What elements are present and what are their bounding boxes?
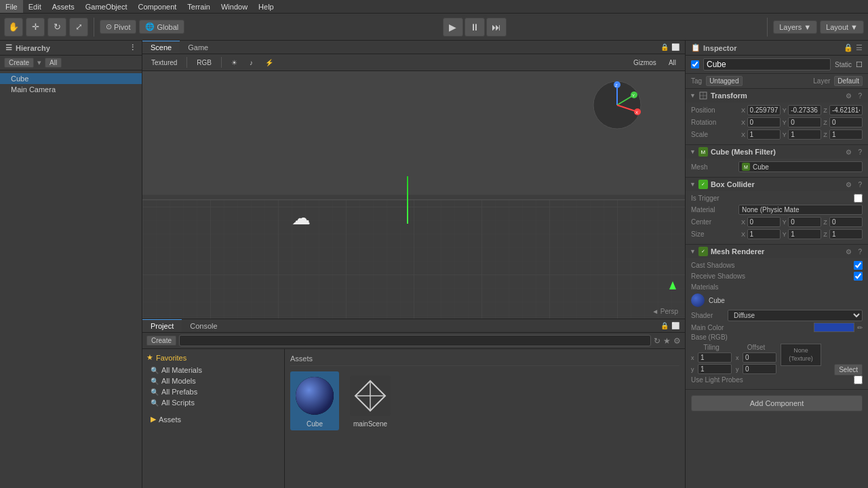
mesh-renderer-header[interactable]: ▼ ✓ Mesh Renderer ⚙ ? [686,245,868,258]
scene-maximize-icon[interactable]: ⬜ [671,43,679,51]
play-btn[interactable]: ▶ [443,18,463,37]
box-collider-help-btn[interactable]: ? [856,180,864,189]
static-checkbox[interactable]: ☐ [856,60,863,69]
color-edit-btn[interactable]: ✏ [857,324,863,331]
size-z[interactable] [829,229,863,239]
rot-x[interactable] [747,117,781,127]
size-x[interactable] [747,229,781,239]
asset-cube[interactable]: Cube [290,371,339,430]
transform-help-btn[interactable]: ? [856,92,864,100]
use-light-probes-checkbox[interactable] [854,375,863,384]
move-tool-btn[interactable]: ✛ [26,18,45,37]
scale-tool-btn[interactable]: ⤢ [69,18,88,37]
menu-assets[interactable]: Assets [47,0,80,13]
scene-viewport[interactable]: ☁ [142,71,685,319]
sync-icon-btn[interactable]: ↻ [654,336,660,346]
is-trigger-checkbox[interactable] [854,194,863,203]
menu-edit[interactable]: Edit [23,0,47,13]
fav-all-materials[interactable]: 🔍 All Materials [146,365,280,375]
center-x[interactable] [747,217,781,227]
menu-help[interactable]: Help [253,0,279,13]
layout-dropdown[interactable]: Layout ▼ [820,20,864,34]
shader-select[interactable]: Diffuse [728,310,863,321]
project-maximize-icon[interactable]: ⬜ [671,322,679,329]
tab-project[interactable]: Project [142,319,182,332]
object-name-field[interactable] [703,58,831,70]
asset-main-scene[interactable]: mainScene [346,371,395,430]
scale-x[interactable] [747,129,781,140]
menu-file[interactable]: File [0,0,23,13]
mesh-filter-settings-btn[interactable]: ⚙ [844,148,854,157]
add-component-btn[interactable]: Add Component [691,395,863,411]
inspector-lock-icon[interactable]: 🔒 [844,43,853,52]
box-collider-settings-btn[interactable]: ⚙ [844,180,854,189]
scale-z[interactable] [829,129,863,140]
tiling-x[interactable] [698,352,732,363]
center-y[interactable] [788,217,821,227]
center-z[interactable] [829,217,863,227]
mesh-filter-help-btn[interactable]: ? [856,148,864,157]
hierarchy-create-btn[interactable]: Create [4,58,34,68]
pause-btn[interactable]: ⏸ [465,18,485,37]
transform-settings-btn[interactable]: ⚙ [844,92,854,100]
pos-z[interactable] [829,105,863,115]
hand-tool-btn[interactable]: ✋ [4,18,23,37]
pos-y[interactable] [788,105,821,115]
hierarchy-menu-icon[interactable]: ⋮ [129,43,136,52]
fav-all-prefabs[interactable]: 🔍 All Prefabs [146,386,280,397]
cast-shadows-checkbox[interactable] [854,261,863,270]
all-layers-btn[interactable]: All [664,58,681,68]
rot-z[interactable] [829,117,863,127]
fav-all-models[interactable]: 🔍 All Models [146,375,280,386]
rgb-btn[interactable]: RGB [192,58,216,68]
scale-y[interactable] [788,129,821,140]
project-create-btn[interactable]: Create [146,336,176,346]
scene-gizmo[interactable]: Z Y X [590,78,644,132]
hierarchy-item-cube[interactable]: Cube [0,73,142,84]
tag-dropdown[interactable]: Untagged [706,76,742,86]
transform-header[interactable]: ▼ Transform ⚙ ? [686,89,868,102]
settings-icon-btn[interactable]: ⚙ [673,336,681,346]
offset-x[interactable] [743,352,776,363]
size-y[interactable] [788,229,821,239]
pos-x[interactable] [747,105,781,115]
menu-component[interactable]: Component [132,0,182,13]
mesh-filter-header[interactable]: ▼ M Cube (Mesh Filter) ⚙ ? [686,145,868,159]
fx-btn[interactable]: ⚡ [260,58,278,68]
menu-gameobject[interactable]: GameObject [80,0,133,13]
assets-folder[interactable]: ▶ Assets [146,413,280,425]
select-btn[interactable]: Select [834,364,863,375]
layers-dropdown[interactable]: Layers ▼ [773,20,817,34]
pivot-btn[interactable]: ⊙ Pivot [100,20,136,34]
favorites-header[interactable]: ★ Favorites [146,353,280,362]
step-btn[interactable]: ⏭ [486,18,507,37]
tiling-y[interactable] [698,364,732,374]
mesh-renderer-help-btn[interactable]: ? [856,247,864,256]
global-btn[interactable]: 🌐 Global [139,20,184,34]
inspector-menu-icon[interactable]: ☰ [856,43,863,52]
gizmos-btn[interactable]: Gizmos [629,58,661,68]
main-color-swatch[interactable] [814,323,854,332]
object-active-checkbox[interactable] [691,60,699,68]
box-collider-header[interactable]: ▼ ✓ Box Collider ⚙ ? [686,178,868,191]
textured-dropdown[interactable]: Textured [146,58,182,68]
offset-y[interactable] [743,364,776,374]
lock-icon-btn[interactable]: ★ [663,336,671,346]
project-search-input[interactable] [179,335,651,346]
scene-cube-object[interactable] [407,176,408,224]
menu-terrain[interactable]: Terrain [182,0,216,13]
fav-all-scripts[interactable]: 🔍 All Scripts [146,397,280,408]
rot-y[interactable] [788,117,821,127]
audio-btn[interactable]: ♪ [245,58,258,68]
rotate-tool-btn[interactable]: ↻ [47,18,66,37]
receive-shadows-checkbox[interactable] [854,272,863,281]
tab-game[interactable]: Game [180,41,216,54]
menu-window[interactable]: Window [216,0,253,13]
sun-icon-btn[interactable]: ☀ [226,58,242,68]
hierarchy-item-camera[interactable]: Main Camera [0,84,142,95]
hierarchy-all-btn[interactable]: All [45,58,62,68]
tab-scene[interactable]: Scene [142,41,180,54]
layer-dropdown[interactable]: Default [834,76,863,86]
mesh-renderer-settings-btn[interactable]: ⚙ [844,247,854,256]
tab-console[interactable]: Console [182,319,225,332]
